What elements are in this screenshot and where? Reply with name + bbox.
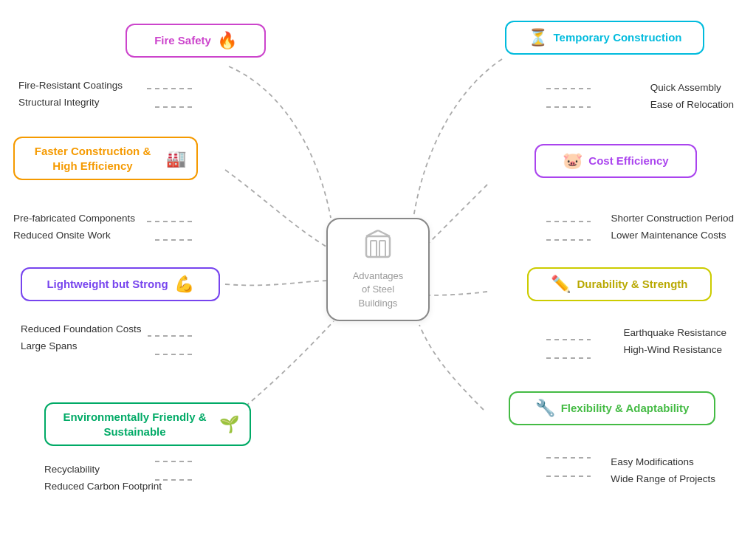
env-friendly-label: Environmentally Friendly & Sustainable xyxy=(56,410,213,439)
topic-cost-efficiency: 🐷 Cost Efficiency xyxy=(535,144,697,178)
cost-efficiency-label: Cost Efficiency xyxy=(588,154,668,168)
lightweight-label: Lightweight but Strong xyxy=(47,277,168,292)
fire-safety-label: Fire Safety xyxy=(154,33,211,48)
lightweight-subs: Reduced Foundation Costs Large Spans xyxy=(21,321,142,355)
temp-construction-subs: Quick Assembly Ease of Relocation xyxy=(650,80,734,114)
topic-flexibility: 🔧 Flexibility & Adaptability xyxy=(509,391,715,425)
svg-rect-18 xyxy=(379,241,385,257)
center-box: Advantages of Steel Buildings xyxy=(326,218,430,321)
flexibility-icon: 🔧 xyxy=(535,399,555,418)
topic-durability: ✏️ Durability & Strength xyxy=(527,267,712,301)
topic-temp-construction: ⏳ Temporary Construction xyxy=(505,21,704,55)
flexibility-subs: Easy Modifications Wide Range of Project… xyxy=(611,454,715,488)
sub-item: Reduced Carbon Footprint xyxy=(44,478,162,495)
sub-item: Recyclability xyxy=(44,461,162,478)
sub-item: Reduced Onsite Work xyxy=(13,227,135,244)
sub-item: High-Wind Resistance xyxy=(623,342,726,359)
sub-item: Ease of Relocation xyxy=(650,97,734,114)
faster-construction-subs: Pre-fabricated Components Reduced Onsite… xyxy=(13,210,135,244)
durability-icon: ✏️ xyxy=(551,275,571,294)
topic-env-friendly: Environmentally Friendly & Sustainable 🌱 xyxy=(44,402,251,446)
topic-lightweight: Lightweight but Strong 💪 xyxy=(21,267,220,301)
durability-label: Durability & Strength xyxy=(577,277,687,292)
sub-item: Easy Modifications xyxy=(611,454,715,471)
topic-faster-construction: Faster Construction & High Efficiency 🏭 xyxy=(13,137,198,180)
sub-item: Large Spans xyxy=(21,338,142,355)
diagram-container: .dashed-line { stroke: #aaa; stroke-widt… xyxy=(0,0,756,539)
sub-item: Wide Range of Projects xyxy=(611,471,715,488)
fire-safety-subs: Fire-Resistant Coatings Structural Integ… xyxy=(18,78,123,111)
cost-efficiency-icon: 🐷 xyxy=(563,151,583,171)
env-friendly-subs: Recyclability Reduced Carbon Footprint xyxy=(44,461,162,495)
topic-fire-safety: Fire Safety 🔥 xyxy=(126,24,266,58)
center-label: Advantages of Steel Buildings xyxy=(353,270,404,310)
sub-item: Pre-fabricated Components xyxy=(13,210,135,227)
cost-efficiency-subs: Shorter Construction Period Lower Mainte… xyxy=(611,210,734,244)
flexibility-label: Flexibility & Adaptability xyxy=(561,401,690,416)
steel-building-icon xyxy=(360,229,396,265)
svg-rect-17 xyxy=(371,241,377,257)
sub-item: Earthquake Resistance xyxy=(623,325,726,342)
fire-safety-icon: 🔥 xyxy=(217,31,237,50)
sub-item: Structural Integrity xyxy=(18,95,123,111)
temp-construction-label: Temporary Construction xyxy=(554,30,682,45)
env-friendly-icon: 🌱 xyxy=(219,415,239,434)
sub-item: Reduced Foundation Costs xyxy=(21,321,142,338)
faster-construction-icon: 🏭 xyxy=(166,149,186,168)
sub-item: Shorter Construction Period xyxy=(611,210,734,227)
sub-item: Quick Assembly xyxy=(650,80,734,97)
temp-construction-icon: ⏳ xyxy=(528,28,548,47)
lightweight-icon: 💪 xyxy=(174,275,194,294)
sub-item: Lower Maintenance Costs xyxy=(611,227,734,244)
svg-rect-16 xyxy=(366,236,390,257)
durability-subs: Earthquake Resistance High-Wind Resistan… xyxy=(623,325,726,359)
sub-item: Fire-Resistant Coatings xyxy=(18,78,123,95)
faster-construction-label: Faster Construction & High Efficiency xyxy=(25,144,160,173)
